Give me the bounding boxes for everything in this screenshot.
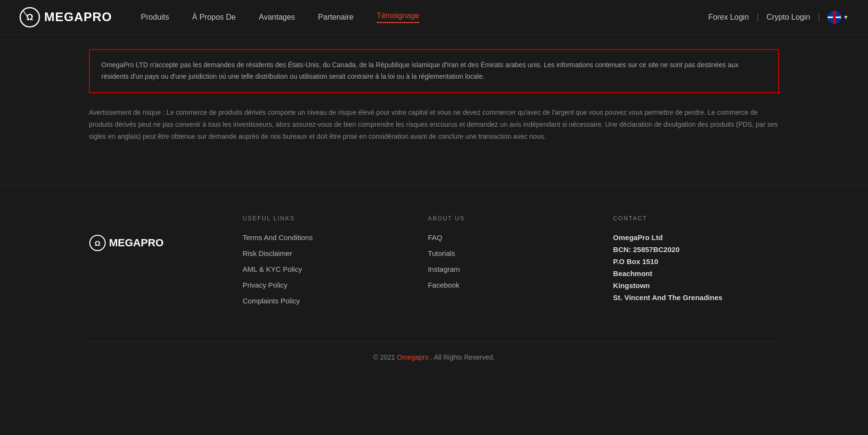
nav-partenaire[interactable]: Partenaire — [318, 13, 354, 22]
nav-temoignage[interactable]: Témoignage — [377, 12, 419, 23]
crypto-login-link[interactable]: Crypto Login — [767, 13, 810, 22]
link-tutorials[interactable]: Tutorials — [428, 249, 594, 257]
footer-grid: Ω MEGAPRO USEFUL LINKS Terms And Conditi… — [89, 215, 779, 313]
footer-rights: . All Rights Reserved. — [430, 353, 495, 361]
svg-text:Ω: Ω — [26, 12, 33, 22]
footer-logo-text: MEGAPRO — [109, 237, 164, 249]
useful-links-title: USEFUL LINKS — [243, 215, 409, 222]
chevron-down-icon: ▼ — [843, 14, 849, 21]
nav-divider-2: | — [818, 12, 820, 22]
footer-brand: Omegapro — [397, 353, 428, 361]
footer-logo: Ω MEGAPRO — [89, 234, 164, 252]
warning-text: OmegaPro LTD n'accepte pas les demandes … — [101, 60, 767, 83]
link-terms[interactable]: Terms And Conditions — [243, 233, 409, 242]
link-faq[interactable]: FAQ — [428, 233, 594, 242]
footer: Ω MEGAPRO USEFUL LINKS Terms And Conditi… — [0, 186, 868, 392]
contact-pobox: P.O Box 1510 — [613, 257, 779, 266]
warning-box: OmegaPro LTD n'accepte pas les demandes … — [89, 49, 779, 93]
footer-about-us: ABOUT US FAQ Tutorials Instagram Faceboo… — [428, 215, 594, 313]
logo-text: MEGAPRO — [44, 10, 112, 24]
footer-contact: CONTACT OmegaPro Ltd BCN: 25857BC2020 P.… — [613, 215, 779, 313]
language-selector[interactable]: ▼ — [828, 11, 849, 24]
nav-apropos[interactable]: À Propos De — [192, 13, 236, 22]
logo-icon: Ω — [19, 7, 40, 28]
link-instagram[interactable]: Instagram — [428, 265, 594, 273]
link-facebook[interactable]: Facebook — [428, 281, 594, 289]
footer-useful-links: USEFUL LINKS Terms And Conditions Risk D… — [243, 215, 409, 313]
forex-login-link[interactable]: Forex Login — [709, 13, 749, 22]
risk-text: Avertissement de risque : Le commerce de… — [89, 107, 779, 143]
contact-company: OmegaPro Ltd — [613, 233, 779, 242]
link-aml[interactable]: AML & KYC Policy — [243, 265, 409, 273]
copyright-year: © 2021 — [373, 353, 395, 361]
main-content: OmegaPro LTD n'accepte pas les demandes … — [0, 35, 868, 186]
contact-bcn: BCN: 25857BC2020 — [613, 245, 779, 254]
svg-rect-7 — [833, 11, 836, 24]
nav-divider: | — [757, 12, 759, 22]
footer-bottom: © 2021 Omegapro . All Rights Reserved. — [89, 341, 779, 373]
link-privacy[interactable]: Privacy Policy — [243, 281, 409, 289]
footer-logo-icon: Ω — [89, 234, 106, 252]
footer-logo-section: Ω MEGAPRO — [89, 215, 223, 313]
nav-produits[interactable]: Produits — [141, 13, 169, 22]
footer-main: Ω MEGAPRO USEFUL LINKS Terms And Conditi… — [0, 186, 868, 392]
nav-links: Produits À Propos De Avantages Partenair… — [141, 12, 708, 23]
link-risk[interactable]: Risk Disclaimer — [243, 249, 409, 257]
contact-title: CONTACT — [613, 215, 779, 222]
contact-country: St. Vincent And The Grenadines — [613, 293, 779, 302]
flag-icon — [828, 11, 841, 24]
nav-avantages[interactable]: Avantages — [259, 13, 295, 22]
logo-link[interactable]: Ω MEGAPRO — [19, 7, 112, 28]
contact-city: Beachmont — [613, 269, 779, 278]
link-complaints[interactable]: Complaints Policy — [243, 297, 409, 305]
contact-region: Kingstown — [613, 281, 779, 290]
svg-text:Ω: Ω — [95, 239, 100, 247]
navbar: Ω MEGAPRO Produits À Propos De Avantages… — [0, 0, 868, 35]
about-us-title: ABOUT US — [428, 215, 594, 222]
nav-right: Forex Login | Crypto Login | ▼ — [709, 11, 849, 24]
